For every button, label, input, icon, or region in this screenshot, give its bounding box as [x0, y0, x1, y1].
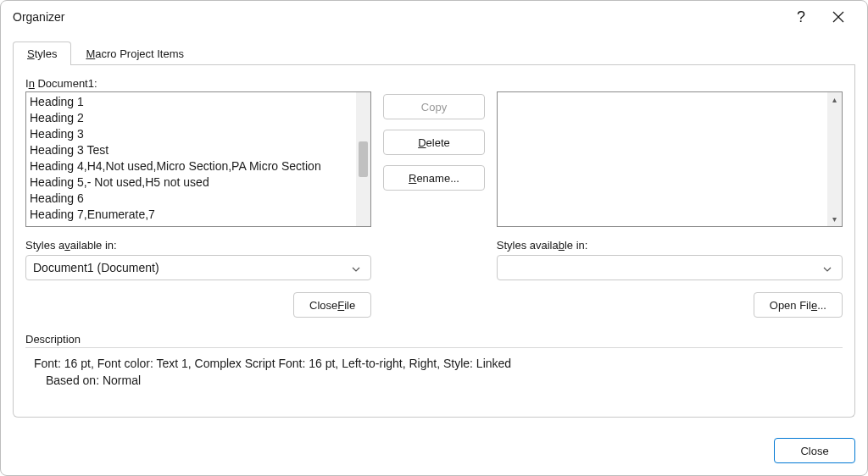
open-file-button[interactable]: Open File...	[754, 292, 843, 318]
tab-styles[interactable]: Styles	[13, 42, 71, 65]
list-item[interactable]: Heading 5,- Not used,H5 not used	[26, 174, 356, 191]
description-header: Description	[25, 333, 843, 346]
description-line1: Font: 16 pt, Font color: Text 1, Complex…	[34, 355, 843, 372]
close-file-button[interactable]: Close File	[293, 292, 371, 318]
right-styles-listbox[interactable]: ▴ ▾	[497, 91, 843, 227]
right-styles-items	[498, 92, 827, 226]
list-item[interactable]: Heading 1	[26, 94, 356, 110]
list-item[interactable]: Heading 4,H4,Not used,Micro Section,PA M…	[26, 158, 356, 174]
dialog-body: Styles Macro Project Items In Document1:…	[1, 33, 867, 429]
right-list-label	[497, 77, 843, 90]
tab-macro-label: acro Project Items	[95, 47, 184, 60]
right-available-label: Styles available in:	[497, 239, 843, 252]
left-available-row: Styles available in: Document1 (Document…	[25, 239, 371, 280]
close-icon[interactable]	[820, 4, 857, 30]
copy-button[interactable]: Copy	[383, 94, 484, 119]
description-divider	[25, 347, 843, 348]
dialog-actions: Close	[1, 429, 867, 475]
dialog-title: Organizer	[13, 10, 782, 24]
help-button[interactable]: ?	[782, 4, 820, 30]
left-available-combo[interactable]: Document1 (Document)	[25, 255, 371, 280]
list-item[interactable]: Heading 3 Test	[26, 142, 356, 158]
right-available-combo[interactable]	[497, 255, 843, 280]
right-available-row: Styles available in:	[497, 239, 843, 280]
left-list-scrollbar[interactable]	[356, 92, 370, 226]
rename-button[interactable]: Rename...	[383, 165, 484, 191]
titlebar: Organizer ?	[1, 1, 867, 33]
description-block: Description Font: 16 pt, Font color: Tex…	[25, 333, 843, 389]
chevron-up-icon: ▴	[827, 92, 842, 107]
tab-styles-label: tyles	[35, 47, 58, 60]
left-list-label: In Document1:	[25, 77, 371, 90]
list-item[interactable]: Heading 2	[26, 110, 356, 126]
chevron-down-icon	[348, 261, 364, 274]
right-column: ▴ ▾ Styles available in:	[497, 77, 843, 318]
left-available-value: Document1 (Document)	[33, 261, 348, 274]
tab-macro-project-items[interactable]: Macro Project Items	[71, 42, 198, 65]
left-available-label: Styles available in:	[25, 239, 371, 252]
right-list-scrollbar[interactable]: ▴ ▾	[827, 92, 842, 226]
list-item[interactable]: Heading 7,Enumerate,7	[26, 207, 356, 223]
left-styles-items: Heading 1 Heading 2 Heading 3 Heading 3 …	[26, 92, 356, 226]
tabstrip: Styles Macro Project Items	[13, 40, 855, 65]
list-item[interactable]: Heading 3	[26, 126, 356, 142]
description-line2: Based on: Normal	[34, 372, 843, 389]
organizer-dialog: Organizer ? Styles Macro Project Items I…	[0, 0, 868, 476]
chevron-down-icon: ▾	[827, 212, 842, 226]
chevron-down-icon	[820, 261, 835, 274]
close-button[interactable]: Close	[774, 438, 855, 463]
list-item[interactable]: Heading 6	[26, 191, 356, 207]
left-column: In Document1: Heading 1 Heading 2 Headin…	[25, 77, 371, 318]
delete-button[interactable]: Delete	[383, 130, 484, 155]
left-styles-listbox[interactable]: Heading 1 Heading 2 Heading 3 Heading 3 …	[25, 91, 371, 227]
scrollbar-thumb[interactable]	[359, 141, 368, 177]
middle-column: Copy Delete Rename...	[383, 77, 484, 318]
tab-panel-styles: In Document1: Heading 1 Heading 2 Headin…	[13, 65, 855, 418]
